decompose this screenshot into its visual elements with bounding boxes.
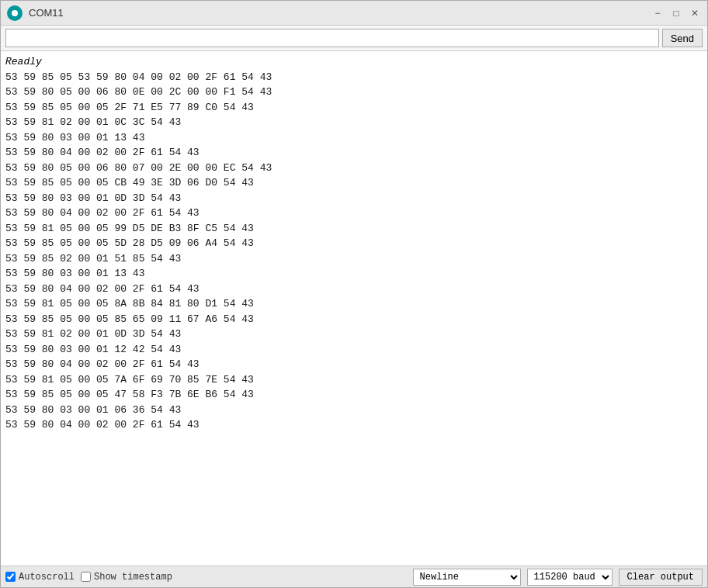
output-line: 53 59 80 03 00 01 06 36 54 43 — [5, 404, 181, 416]
output-line: 53 59 80 05 00 06 80 0E 00 2C 00 00 F1 5… — [5, 86, 272, 98]
title-bar: COM11 − □ ✕ — [1, 1, 707, 26]
arduino-serial-monitor: COM11 − □ ✕ Send Readly 53 59 85 05 53 5… — [0, 0, 708, 588]
clear-output-button[interactable]: Clear output — [619, 569, 703, 586]
output-line: 53 59 80 03 00 01 0D 3D 54 43 — [5, 192, 181, 204]
serial-input[interactable] — [5, 29, 659, 47]
window-title: COM11 — [29, 7, 651, 19]
baud-rate-select[interactable]: 300 baud 1200 baud 2400 baud 4800 baud 9… — [527, 569, 613, 586]
output-line: 53 59 80 04 00 02 00 2F 61 54 43 — [5, 283, 200, 295]
output-line: 53 59 81 05 00 05 7A 6F 69 70 85 7E 54 4… — [5, 374, 254, 386]
output-line: 53 59 80 04 00 02 00 2F 61 54 43 — [5, 147, 200, 158]
output-line: 53 59 81 05 00 05 8A 8B 84 81 80 D1 54 4… — [5, 298, 254, 310]
status-text: Readly — [5, 56, 42, 67]
output-line: 53 59 85 05 00 05 47 58 F3 7B 6E B6 54 4… — [5, 389, 254, 400]
output-line: 53 59 80 03 00 01 13 43 — [5, 268, 144, 279]
send-button[interactable]: Send — [662, 29, 703, 47]
output-line: 53 59 80 05 00 06 80 07 00 2E 00 00 EC 5… — [5, 162, 272, 174]
window-controls: − □ ✕ — [651, 7, 701, 19]
output-line: 53 59 80 04 00 02 00 2F 61 54 43 — [5, 419, 200, 431]
autoscroll-checkbox[interactable] — [5, 572, 16, 582]
serial-input-toolbar: Send — [1, 26, 707, 51]
output-line: 53 59 81 05 00 05 99 D5 DE B3 8F C5 54 4… — [5, 223, 254, 234]
output-line: 53 59 80 03 00 01 13 43 — [5, 132, 144, 144]
output-line: 53 59 85 05 00 05 85 65 09 11 67 A6 54 4… — [5, 313, 254, 325]
output-line: 53 59 85 05 00 05 5D 28 D5 09 06 A4 54 4… — [5, 237, 254, 249]
output-line: 53 59 81 02 00 01 0C 3C 54 43 — [5, 116, 181, 128]
minimize-button[interactable]: − — [651, 7, 664, 19]
close-button[interactable]: ✕ — [689, 7, 701, 19]
output-line: 53 59 85 05 53 59 80 04 00 02 00 2F 61 5… — [5, 71, 272, 83]
timestamp-checkbox[interactable] — [81, 572, 91, 582]
timestamp-label[interactable]: Show timestamp — [81, 572, 172, 583]
output-line: 53 59 80 03 00 01 12 42 54 43 — [5, 344, 181, 355]
output-line: 53 59 80 04 00 02 00 2F 61 54 43 — [5, 207, 200, 219]
newline-select[interactable]: Newline No line ending Carriage return B… — [413, 569, 521, 586]
output-line: 53 59 85 05 00 05 2F 71 E5 77 89 C0 54 4… — [5, 102, 254, 113]
status-bar: Autoscroll Show timestamp Newline No lin… — [1, 566, 707, 587]
arduino-logo-icon — [7, 5, 23, 21]
autoscroll-text: Autoscroll — [19, 572, 75, 583]
output-line: 53 59 85 05 00 05 CB 49 3E 3D 06 D0 54 4… — [5, 177, 254, 189]
output-line: 53 59 81 02 00 01 0D 3D 54 43 — [5, 328, 181, 340]
timestamp-text: Show timestamp — [94, 572, 172, 583]
output-line: 53 59 85 02 00 01 51 85 54 43 — [5, 253, 181, 265]
serial-output[interactable]: Readly 53 59 85 05 53 59 80 04 00 02 00 … — [1, 51, 707, 566]
output-line: 53 59 80 04 00 02 00 2F 61 54 43 — [5, 358, 200, 370]
maximize-button[interactable]: □ — [670, 7, 682, 19]
autoscroll-label[interactable]: Autoscroll — [5, 572, 75, 583]
